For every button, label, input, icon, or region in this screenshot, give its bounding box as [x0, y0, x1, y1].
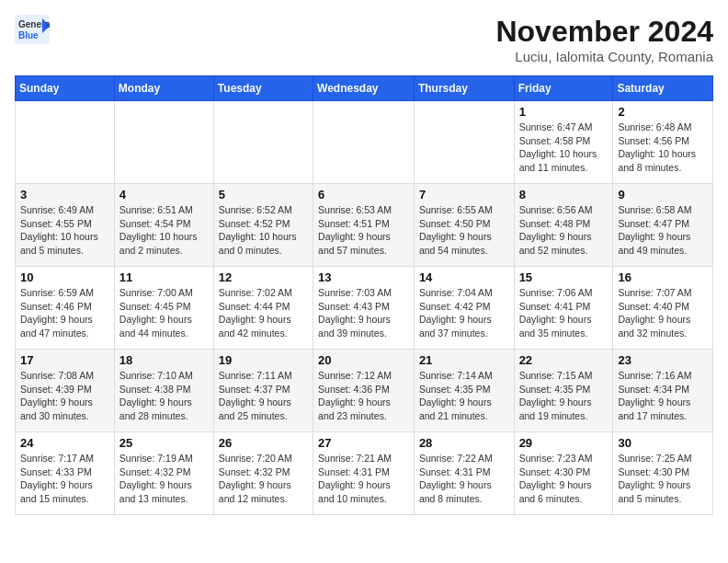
calendar-cell: 13Sunrise: 7:03 AM Sunset: 4:43 PM Dayli… — [313, 267, 415, 350]
day-number: 28 — [419, 436, 509, 450]
calendar-table: SundayMondayTuesdayWednesdayThursdayFrid… — [15, 75, 713, 515]
calendar-cell: 17Sunrise: 7:08 AM Sunset: 4:39 PM Dayli… — [16, 350, 115, 432]
calendar-cell: 24Sunrise: 7:17 AM Sunset: 4:33 PM Dayli… — [16, 432, 115, 515]
week-row-2: 10Sunrise: 6:59 AM Sunset: 4:46 PM Dayli… — [16, 267, 713, 350]
week-row-1: 3Sunrise: 6:49 AM Sunset: 4:55 PM Daylig… — [16, 184, 713, 267]
day-info: Sunrise: 7:07 AM Sunset: 4:40 PM Dayligh… — [618, 286, 708, 340]
day-info: Sunrise: 6:56 AM Sunset: 4:48 PM Dayligh… — [519, 203, 609, 258]
day-number: 7 — [419, 188, 509, 201]
day-info: Sunrise: 7:20 AM Sunset: 4:32 PM Dayligh… — [219, 452, 308, 506]
weekday-header-monday: Monday — [114, 76, 213, 101]
weekday-header-friday: Friday — [514, 76, 613, 101]
day-number: 18 — [119, 353, 209, 367]
calendar-cell — [213, 101, 313, 184]
calendar-cell: 25Sunrise: 7:19 AM Sunset: 4:32 PM Dayli… — [114, 432, 213, 515]
calendar-cell: 22Sunrise: 7:15 AM Sunset: 4:35 PM Dayli… — [514, 350, 613, 432]
day-number: 8 — [519, 188, 609, 201]
day-number: 3 — [20, 188, 109, 201]
day-info: Sunrise: 7:04 AM Sunset: 4:42 PM Dayligh… — [419, 286, 509, 340]
calendar-cell: 18Sunrise: 7:10 AM Sunset: 4:38 PM Dayli… — [114, 350, 213, 432]
day-info: Sunrise: 7:08 AM Sunset: 4:39 PM Dayligh… — [20, 369, 109, 423]
day-number: 4 — [119, 188, 209, 201]
calendar-cell — [414, 101, 514, 184]
calendar-cell: 16Sunrise: 7:07 AM Sunset: 4:40 PM Dayli… — [613, 267, 713, 350]
day-number: 6 — [318, 188, 409, 201]
day-info: Sunrise: 7:03 AM Sunset: 4:43 PM Dayligh… — [318, 286, 409, 340]
day-number: 13 — [318, 270, 409, 284]
day-info: Sunrise: 6:59 AM Sunset: 4:46 PM Dayligh… — [20, 286, 109, 340]
day-number: 14 — [419, 270, 509, 284]
day-number: 26 — [219, 436, 308, 450]
weekday-header-wednesday: Wednesday — [313, 76, 415, 101]
weekday-header-thursday: Thursday — [414, 76, 514, 101]
day-info: Sunrise: 7:23 AM Sunset: 4:30 PM Dayligh… — [519, 452, 609, 506]
calendar-cell: 4Sunrise: 6:51 AM Sunset: 4:54 PM Daylig… — [114, 184, 213, 267]
day-number: 2 — [618, 105, 708, 119]
day-info: Sunrise: 7:22 AM Sunset: 4:31 PM Dayligh… — [419, 452, 509, 506]
calendar-cell: 9Sunrise: 6:58 AM Sunset: 4:47 PM Daylig… — [613, 184, 713, 267]
calendar-cell: 5Sunrise: 6:52 AM Sunset: 4:52 PM Daylig… — [213, 184, 313, 267]
svg-text:Blue: Blue — [18, 30, 39, 40]
title-area: November 2024 Luciu, Ialomita County, Ro… — [495, 15, 713, 64]
calendar-cell: 28Sunrise: 7:22 AM Sunset: 4:31 PM Dayli… — [414, 432, 514, 515]
calendar-cell: 11Sunrise: 7:00 AM Sunset: 4:45 PM Dayli… — [114, 267, 213, 350]
day-info: Sunrise: 7:25 AM Sunset: 4:30 PM Dayligh… — [618, 452, 708, 506]
day-info: Sunrise: 6:51 AM Sunset: 4:54 PM Dayligh… — [119, 203, 209, 258]
calendar-cell: 27Sunrise: 7:21 AM Sunset: 4:31 PM Dayli… — [313, 432, 415, 515]
week-row-4: 24Sunrise: 7:17 AM Sunset: 4:33 PM Dayli… — [16, 432, 713, 515]
day-number: 30 — [618, 436, 708, 450]
calendar-cell: 19Sunrise: 7:11 AM Sunset: 4:37 PM Dayli… — [213, 350, 313, 432]
day-number: 11 — [119, 270, 209, 284]
calendar-cell — [16, 101, 115, 184]
calendar-cell — [114, 101, 213, 184]
day-info: Sunrise: 7:06 AM Sunset: 4:41 PM Dayligh… — [519, 286, 609, 340]
day-number: 17 — [20, 353, 109, 367]
weekday-header-saturday: Saturday — [613, 76, 713, 101]
calendar-cell: 6Sunrise: 6:53 AM Sunset: 4:51 PM Daylig… — [313, 184, 415, 267]
day-number: 12 — [219, 270, 308, 284]
page-header: General Blue November 2024 Luciu, Ialomi… — [15, 15, 713, 64]
calendar-cell — [313, 101, 415, 184]
calendar-cell: 12Sunrise: 7:02 AM Sunset: 4:44 PM Dayli… — [213, 267, 313, 350]
month-title: November 2024 — [495, 15, 713, 49]
day-info: Sunrise: 7:14 AM Sunset: 4:35 PM Dayligh… — [419, 369, 509, 423]
day-number: 23 — [618, 353, 708, 367]
day-info: Sunrise: 6:47 AM Sunset: 4:58 PM Dayligh… — [519, 121, 609, 175]
day-number: 21 — [419, 353, 509, 367]
day-number: 20 — [318, 353, 409, 367]
calendar-cell: 26Sunrise: 7:20 AM Sunset: 4:32 PM Dayli… — [213, 432, 313, 515]
day-info: Sunrise: 7:17 AM Sunset: 4:33 PM Dayligh… — [20, 452, 109, 506]
location-title: Luciu, Ialomita County, Romania — [495, 49, 713, 64]
day-number: 27 — [318, 436, 409, 450]
day-info: Sunrise: 7:12 AM Sunset: 4:36 PM Dayligh… — [318, 369, 409, 423]
day-info: Sunrise: 7:21 AM Sunset: 4:31 PM Dayligh… — [318, 452, 409, 506]
calendar-cell: 29Sunrise: 7:23 AM Sunset: 4:30 PM Dayli… — [514, 432, 613, 515]
day-info: Sunrise: 6:52 AM Sunset: 4:52 PM Dayligh… — [219, 203, 308, 258]
week-row-3: 17Sunrise: 7:08 AM Sunset: 4:39 PM Dayli… — [16, 350, 713, 432]
day-number: 24 — [20, 436, 109, 450]
day-info: Sunrise: 6:58 AM Sunset: 4:47 PM Dayligh… — [618, 203, 708, 258]
calendar-cell: 30Sunrise: 7:25 AM Sunset: 4:30 PM Dayli… — [613, 432, 713, 515]
day-number: 1 — [519, 105, 609, 119]
day-info: Sunrise: 7:02 AM Sunset: 4:44 PM Dayligh… — [219, 286, 308, 340]
logo-icon: General Blue — [15, 15, 50, 44]
day-info: Sunrise: 6:49 AM Sunset: 4:55 PM Dayligh… — [20, 203, 109, 258]
calendar-cell: 15Sunrise: 7:06 AM Sunset: 4:41 PM Dayli… — [514, 267, 613, 350]
calendar-header: SundayMondayTuesdayWednesdayThursdayFrid… — [16, 76, 713, 101]
day-number: 22 — [519, 353, 609, 367]
day-info: Sunrise: 6:53 AM Sunset: 4:51 PM Dayligh… — [318, 203, 409, 258]
day-number: 29 — [519, 436, 609, 450]
calendar-cell: 1Sunrise: 6:47 AM Sunset: 4:58 PM Daylig… — [514, 101, 613, 184]
weekday-header-sunday: Sunday — [16, 76, 115, 101]
calendar-cell: 3Sunrise: 6:49 AM Sunset: 4:55 PM Daylig… — [16, 184, 115, 267]
day-info: Sunrise: 6:55 AM Sunset: 4:50 PM Dayligh… — [419, 203, 509, 258]
calendar-cell: 14Sunrise: 7:04 AM Sunset: 4:42 PM Dayli… — [414, 267, 514, 350]
weekday-header-tuesday: Tuesday — [213, 76, 313, 101]
day-number: 5 — [219, 188, 308, 201]
calendar-cell: 23Sunrise: 7:16 AM Sunset: 4:34 PM Dayli… — [613, 350, 713, 432]
calendar-cell: 21Sunrise: 7:14 AM Sunset: 4:35 PM Dayli… — [414, 350, 514, 432]
calendar-cell: 7Sunrise: 6:55 AM Sunset: 4:50 PM Daylig… — [414, 184, 514, 267]
day-number: 16 — [618, 270, 708, 284]
day-number: 25 — [119, 436, 209, 450]
calendar-cell: 2Sunrise: 6:48 AM Sunset: 4:56 PM Daylig… — [613, 101, 713, 184]
